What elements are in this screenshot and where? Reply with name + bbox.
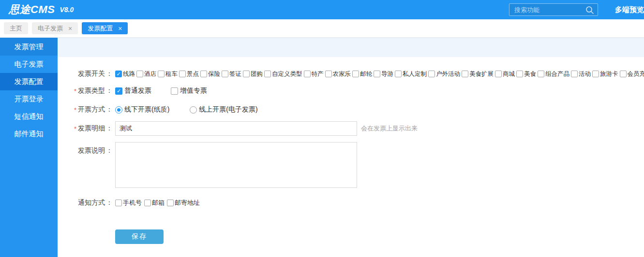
invoice-switch-checkbox-线路[interactable]: ✓线路 (115, 70, 135, 78)
checkbox-icon (304, 71, 311, 77)
checkbox-icon (171, 87, 178, 95)
invoice-switch-checkbox-组合产品[interactable]: 组合产品 (538, 70, 569, 78)
sidebar-item-短信通知[interactable]: 短信通知 (0, 108, 58, 125)
notify-method-label: 通知方式： (70, 199, 113, 207)
checkbox-label: 线路 (123, 70, 135, 78)
sidebar-item-发票配置[interactable]: 发票配置 (0, 73, 58, 90)
checkbox-label: 签证 (229, 70, 241, 78)
search-input[interactable] (509, 4, 598, 15)
invoice-switch-checkbox-美食扩展[interactable]: 美食扩展 (462, 70, 494, 78)
invoice-switch-checkbox-邮轮[interactable]: 邮轮 (352, 70, 372, 78)
content-band (58, 38, 644, 57)
invoice-switch-checkbox-景点[interactable]: 景点 (179, 70, 199, 78)
invoice-switch-checkbox-农家乐[interactable]: 农家乐 (325, 70, 351, 78)
checkbox-icon (428, 71, 435, 77)
sidebar-item-开票登录[interactable]: 开票登录 (0, 90, 58, 108)
checkbox-label: 邮寄地址 (175, 199, 200, 207)
tab-bar: 主页电子发票×发票配置× (0, 19, 644, 38)
multi-terminal-preview-link[interactable]: 多端预览 (615, 5, 644, 14)
notify-method-checkbox-邮箱[interactable]: 邮箱 (144, 199, 165, 207)
search-icon[interactable] (585, 6, 594, 14)
checkbox-icon (516, 71, 523, 77)
sidebar: 发票管理 电子发票发票配置开票登录短信通知邮件通知 (0, 38, 58, 257)
checkbox-label: 邮箱 (152, 199, 165, 207)
tab-close-icon[interactable]: × (68, 25, 72, 32)
notify-method-checkbox-手机号[interactable]: 手机号 (115, 199, 142, 207)
app-header: 思途CMS V8.0 多端预览 (0, 0, 644, 19)
invoice-switch-checkbox-旅游卡[interactable]: 旅游卡 (592, 70, 618, 78)
checkbox-icon (264, 71, 271, 77)
checkbox-checked-icon: ✓ (115, 71, 122, 77)
invoice-switch-checkbox-美食[interactable]: 美食 (516, 70, 536, 78)
billing-method-options: 线下开票(纸质)线上开票(电子发票) (115, 105, 278, 114)
checkbox-label: 美食扩展 (469, 70, 494, 78)
invoice-switch-checkbox-导游[interactable]: 导游 (374, 70, 393, 78)
tab-发票配置[interactable]: 发票配置× (82, 22, 128, 34)
radio-selected-icon (115, 106, 122, 114)
checkbox-label: 会员充值 (628, 70, 644, 78)
checkbox-label: 景点 (187, 70, 199, 78)
checkbox-icon (222, 71, 228, 77)
checkbox-icon (374, 71, 380, 77)
invoice-switch-checkbox-酒店[interactable]: 酒店 (136, 70, 156, 78)
search-box (509, 3, 598, 16)
tab-label: 发票配置 (88, 24, 113, 33)
sidebar-item-邮件通知[interactable]: 邮件通知 (0, 125, 58, 143)
invoice-switch-checkbox-私人定制[interactable]: 私人定制 (395, 70, 427, 78)
invoice-type-checkbox-普通发票[interactable]: ✓普通发票 (115, 86, 151, 95)
app-body: 发票管理 电子发票发票配置开票登录短信通知邮件通知 发票开关： ✓线路酒店租车景… (0, 38, 644, 257)
invoice-switch-checkbox-租车[interactable]: 租车 (158, 70, 178, 78)
invoice-note-label: 发票说明： (70, 142, 113, 155)
tab-电子发票[interactable]: 电子发票× (32, 22, 78, 34)
checkbox-icon (158, 71, 165, 77)
invoice-switch-checkbox-签证[interactable]: 签证 (222, 70, 241, 78)
notify-method-checkbox-邮寄地址[interactable]: 邮寄地址 (167, 199, 200, 207)
checkbox-label: 农家乐 (333, 70, 351, 78)
form-actions: 保存 (115, 229, 644, 244)
invoice-note-textarea[interactable] (115, 142, 357, 188)
checkbox-label: 导游 (381, 70, 393, 78)
checkbox-label: 普通发票 (124, 86, 151, 95)
invoice-switch-checkbox-活动[interactable]: 活动 (571, 70, 591, 78)
sidebar-item-电子发票[interactable]: 电子发票 (0, 56, 58, 73)
checkbox-icon (495, 71, 502, 77)
checkbox-label: 特产 (312, 70, 324, 78)
checkbox-icon (538, 71, 544, 77)
checkbox-label: 户外活动 (436, 70, 460, 78)
invoice-type-options: ✓普通发票增值专票 (115, 86, 226, 95)
tab-主页[interactable]: 主页 (4, 22, 28, 34)
save-button[interactable]: 保存 (115, 229, 164, 244)
invoice-switch-checkbox-会员充值[interactable]: 会员充值 (620, 70, 644, 78)
checkbox-icon (167, 200, 174, 206)
checkbox-icon (179, 71, 186, 77)
checkbox-icon (144, 200, 151, 206)
checkbox-label: 手机号 (123, 199, 142, 207)
checkbox-icon (352, 71, 359, 77)
invoice-switch-checkbox-团购[interactable]: 团购 (243, 70, 263, 78)
header-right: 多端预览 (509, 3, 644, 16)
invoice-config-form: 发票开关： ✓线路酒店租车景点保险签证团购自定义类型特产农家乐邮轮导游私人定制户… (58, 57, 644, 244)
checkbox-label: 商城 (503, 70, 515, 78)
tab-close-icon[interactable]: × (118, 25, 122, 32)
invoice-switch-checkbox-商城[interactable]: 商城 (495, 70, 515, 78)
checkbox-icon (395, 71, 402, 77)
checkbox-label: 租车 (165, 70, 178, 78)
required-mark: * (74, 87, 76, 95)
form-row-billing-method: *开票方式： 线下开票(纸质)线上开票(电子发票) (70, 105, 644, 114)
invoice-switch-checkbox-特产[interactable]: 特产 (304, 70, 324, 78)
billing-method-radio-线上开票(电子发票)[interactable]: 线上开票(电子发票) (190, 105, 257, 114)
invoice-switch-checkbox-自定义类型[interactable]: 自定义类型 (264, 70, 302, 78)
invoice-switch-checkbox-户外活动[interactable]: 户外活动 (428, 70, 460, 78)
form-row-notify-method: 通知方式： 手机号邮箱邮寄地址 (70, 199, 644, 207)
checkbox-label: 自定义类型 (272, 70, 302, 78)
checkbox-icon (115, 200, 122, 206)
sidebar-group-invoice-management[interactable]: 发票管理 (0, 38, 58, 56)
invoice-switch-options: ✓线路酒店租车景点保险签证团购自定义类型特产农家乐邮轮导游私人定制户外活动美食扩… (115, 70, 644, 78)
invoice-switch-checkbox-保险[interactable]: 保险 (200, 70, 220, 78)
invoice-detail-input[interactable] (115, 121, 357, 136)
billing-method-radio-线下开票(纸质)[interactable]: 线下开票(纸质) (115, 105, 169, 114)
checkbox-icon (200, 71, 207, 77)
invoice-type-checkbox-增值专票[interactable]: 增值专票 (171, 86, 207, 95)
form-row-invoice-note: 发票说明： (70, 142, 644, 188)
app-logo: 思途CMS (9, 2, 55, 17)
